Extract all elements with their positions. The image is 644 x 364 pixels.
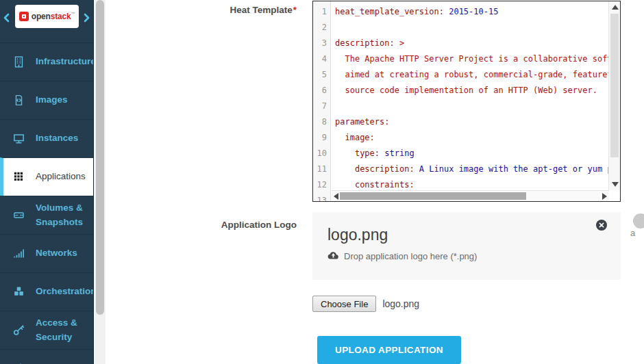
logo-dropzone[interactable]: logo.png Drop application logo here (*.p… (312, 212, 621, 280)
line-number: 5 (313, 67, 330, 83)
editor-vscroll-thumb[interactable] (610, 14, 619, 157)
required-asterisk: * (293, 5, 297, 15)
sidebar-item-applications[interactable]: Applications (0, 157, 93, 196)
code-line: parameters: (335, 114, 608, 130)
cloud-upload-icon (327, 251, 339, 261)
line-number: 4 (313, 51, 330, 67)
code-line (335, 99, 608, 114)
code-line: The Apache HTTP Server Project is a coll… (335, 51, 608, 67)
sidebar-item-label: Infrastructure (36, 55, 94, 69)
code-line: source code implementation of an HTTP (W… (335, 83, 608, 99)
drop-hint: Drop application logo here (*.png) (327, 251, 621, 261)
line-number: 3 (313, 36, 330, 51)
sidebar-item-label: Access & Security (36, 316, 77, 345)
chevron-left-icon[interactable] (2, 12, 12, 24)
openstack-logo: openstack™ (15, 5, 79, 28)
file-code-icon (12, 94, 27, 107)
line-number: 13 (313, 193, 330, 202)
editor-vertical-scrollbar[interactable] (608, 1, 620, 190)
code-line: heat_template_version: 2015-10-15 (335, 4, 608, 20)
line-number: 12 (313, 177, 330, 193)
page-scrollbar[interactable] (95, 0, 106, 364)
line-number: 2 (313, 20, 330, 36)
chosen-file-name: logo.png (382, 298, 419, 309)
drop-hint-text: Drop application logo here (*.png) (344, 251, 477, 261)
scroll-up-arrow-icon[interactable] (612, 5, 619, 10)
sidebar-item-partial-item[interactable] (0, 349, 93, 364)
page: openstack™ InfrastructureImagesInstances… (0, 0, 644, 364)
cutoff-text-fragment: a (630, 228, 635, 238)
line-number: 10 (313, 146, 330, 161)
line-number: 11 (313, 161, 330, 177)
sidebar-item-label: Networks (36, 246, 77, 261)
editor-line-numbers: 12345678910111213 (313, 1, 331, 201)
sidebar-item-label: Orchestration (36, 285, 94, 299)
logo-filename: logo.png (312, 212, 621, 244)
sidebar-header: openstack™ (0, 0, 93, 42)
code-line: description: A Linux image with the apt-… (335, 161, 608, 177)
openstack-cube-icon (19, 12, 29, 21)
signal-bars-icon (12, 247, 27, 260)
building-icon (12, 55, 27, 68)
choose-file-button[interactable]: Choose File (312, 296, 376, 312)
page-scrollbar-thumb[interactable] (96, 0, 104, 315)
editor-hscroll-thumb[interactable] (340, 192, 526, 200)
sidebar-item-label: Images (36, 93, 68, 107)
editor-code-area[interactable]: heat_template_version: 2015-10-15descrip… (332, 1, 608, 201)
line-number: 6 (313, 83, 330, 99)
sidebar-item-orchestration[interactable]: Orchestration (0, 272, 93, 311)
logo-file-input: Choose File logo.png (312, 295, 419, 313)
cutoff-help-icon (633, 213, 644, 229)
code-line: image: (335, 130, 608, 146)
remove-logo-icon[interactable] (596, 220, 607, 231)
sidebar-nav: InfrastructureImagesInstancesApplication… (0, 42, 93, 364)
scroll-down-arrow-icon[interactable] (612, 182, 619, 187)
line-number: 7 (313, 99, 330, 114)
heat-template-editor[interactable]: 12345678910111213 heat_template_version:… (312, 1, 621, 202)
heat-template-label: Heat Template* (106, 5, 297, 15)
sidebar-item-label: Volumes & Snapshots (36, 201, 83, 230)
sidebar-item-images[interactable]: Images (0, 81, 93, 119)
grid-icon (12, 170, 27, 183)
sidebar-item-instances[interactable]: Instances (0, 119, 93, 157)
scroll-right-arrow-icon[interactable] (602, 193, 607, 200)
sidebar-item-access-security[interactable]: Access & Security (0, 311, 93, 349)
sidebar: openstack™ InfrastructureImagesInstances… (0, 0, 94, 364)
cubes-icon (12, 285, 27, 298)
chevron-right-icon[interactable] (82, 12, 91, 24)
scroll-left-arrow-icon[interactable] (334, 193, 338, 200)
application-logo-label: Application Logo (106, 220, 297, 230)
openstack-wordmark: openstack™ (32, 12, 75, 21)
code-line: aimed at creating a robust, commercial-g… (335, 67, 608, 83)
code-line: type: string (335, 146, 608, 161)
monitor-icon (12, 132, 27, 145)
code-line: description: > (335, 36, 608, 51)
code-line (335, 20, 608, 36)
line-number: 1 (313, 4, 330, 20)
line-number: 9 (313, 130, 330, 146)
sidebar-item-networks[interactable]: Networks (0, 234, 93, 272)
sidebar-item-volumes-snapshots[interactable]: Volumes & Snapshots (0, 196, 93, 234)
editor-horizontal-scrollbar[interactable] (332, 190, 609, 201)
sidebar-item-label: Applications (36, 170, 86, 184)
sidebar-item-label: Instances (36, 131, 78, 146)
line-number: 8 (313, 114, 330, 130)
main-content: Heat Template* 12345678910111213 heat_te… (106, 0, 644, 364)
upload-application-button[interactable]: UPLOAD APPLICATION (317, 336, 461, 364)
drive-icon (12, 209, 27, 222)
sidebar-item-infrastructure[interactable]: Infrastructure (0, 42, 93, 81)
key-icon (12, 324, 27, 337)
